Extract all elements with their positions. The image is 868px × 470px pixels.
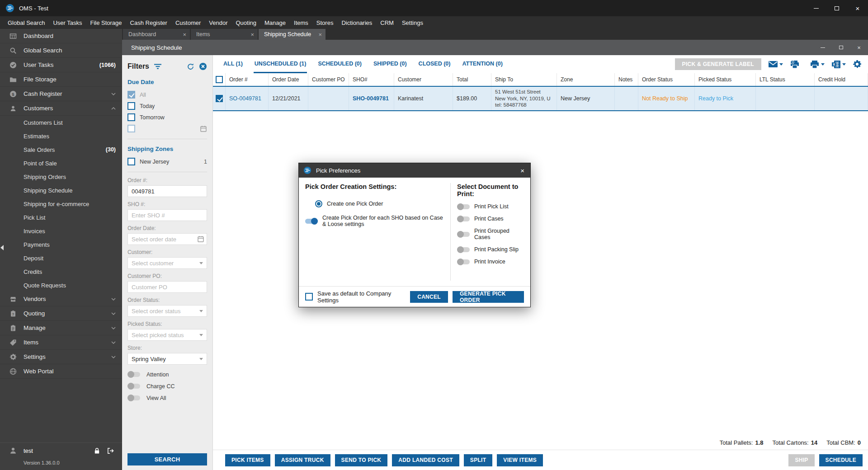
sidebar-item-shipping-ecommerce[interactable]: Shipping for e-commerce xyxy=(0,197,122,211)
sidebar-item-items[interactable]: Items xyxy=(0,335,122,350)
col-credit-hold[interactable]: Credit Hold xyxy=(815,73,868,86)
tab-shipped[interactable]: SHIPPED (0) xyxy=(373,55,408,73)
tab-scheduled[interactable]: SCHEDULED (0) xyxy=(317,55,363,73)
checkbox-all[interactable] xyxy=(127,91,135,99)
col-total[interactable]: Total xyxy=(453,73,491,86)
sidebar-item-shipping-schedule[interactable]: Shipping Schedule xyxy=(0,183,122,197)
ship-button[interactable]: SHIP xyxy=(788,454,814,466)
table-row[interactable]: SO-0049781 12/21/2021 SHO-0049781 Karina… xyxy=(213,86,868,111)
close-tab-icon[interactable]: × xyxy=(318,31,322,38)
col-zone[interactable]: Zone xyxy=(557,73,615,86)
label-printer-icon[interactable] xyxy=(790,60,803,69)
tab-shipping-schedule[interactable]: Shipping Schedule × xyxy=(259,29,326,40)
col-sho[interactable]: SHO# xyxy=(349,73,394,86)
col-order[interactable]: Order # xyxy=(226,73,269,86)
lock-icon[interactable] xyxy=(94,447,100,454)
checkbox-tomorrow[interactable] xyxy=(127,113,135,121)
menu-global-search[interactable]: Global Search xyxy=(4,19,49,26)
sidebar-collapse-icon[interactable] xyxy=(0,245,4,250)
close-tab-icon[interactable]: × xyxy=(183,31,186,38)
create-one-pick-order-option[interactable]: Create one Pick Order xyxy=(315,200,444,207)
row-checkbox[interactable] xyxy=(216,95,223,102)
menu-manage[interactable]: Manage xyxy=(260,19,290,26)
print-pick-list-row[interactable]: Print Pick List xyxy=(457,203,526,210)
cell-sho-number[interactable]: SHO-0049781 xyxy=(349,87,394,110)
sidebar-item-vendors[interactable]: Vendors xyxy=(0,292,122,306)
sidebar-item-shipping-orders[interactable]: Shipping Orders xyxy=(0,170,122,183)
maximize-icon[interactable] xyxy=(826,0,847,16)
save-default-checkbox[interactable] xyxy=(305,293,313,301)
due-date-today[interactable]: Today xyxy=(127,100,207,112)
inner-restore-icon[interactable] xyxy=(832,40,850,55)
attention-toggle[interactable] xyxy=(127,372,140,377)
menu-vendor[interactable]: Vendor xyxy=(205,19,231,26)
col-ltl-status[interactable]: LTL Status xyxy=(756,73,815,86)
checkbox-today[interactable] xyxy=(127,102,135,110)
pick-generate-label-button[interactable]: PICK & GENERATE LABEL xyxy=(675,58,761,70)
menu-cash-register[interactable]: Cash Register xyxy=(126,19,171,26)
tab-closed[interactable]: CLOSED (0) xyxy=(418,55,452,73)
sidebar-item-web-portal[interactable]: Web Portal xyxy=(0,364,122,379)
menu-file-storage[interactable]: File Storage xyxy=(86,19,126,26)
per-sho-toggle[interactable] xyxy=(305,219,318,224)
cell-order-number[interactable]: SO-0049781 xyxy=(226,87,269,110)
col-ship-to[interactable]: Ship To xyxy=(491,73,557,86)
due-date-tomorrow[interactable]: Tomorrow xyxy=(127,112,207,123)
sidebar-item-global-search[interactable]: Global Search xyxy=(0,43,122,58)
tab-all[interactable]: ALL (1) xyxy=(222,55,244,73)
due-date-custom[interactable] xyxy=(127,123,207,134)
excel-export-icon[interactable]: x xyxy=(831,60,846,69)
menu-crm[interactable]: CRM xyxy=(376,19,398,26)
minimize-icon[interactable] xyxy=(806,0,826,16)
tab-items[interactable]: Items × xyxy=(191,29,258,40)
menu-settings[interactable]: Settings xyxy=(398,19,427,26)
cell-picked-status[interactable]: Ready to Pick xyxy=(695,87,756,110)
print-pick-list-toggle[interactable] xyxy=(457,204,470,209)
menu-dictionaries[interactable]: Dictionaries xyxy=(337,19,376,26)
sidebar-item-file-storage[interactable]: File Storage xyxy=(0,72,122,87)
tab-dashboard[interactable]: Dashboard × xyxy=(123,29,190,40)
sidebar-item-manage[interactable]: Manage xyxy=(0,321,122,335)
checkbox-new-jersey[interactable] xyxy=(127,158,135,165)
col-order-date[interactable]: Order Date xyxy=(269,73,308,86)
sidebar-item-dashboard[interactable]: Dashboard xyxy=(0,29,122,43)
col-customer[interactable]: Customer xyxy=(394,73,453,86)
select-all-checkbox[interactable] xyxy=(216,76,223,83)
sidebar-item-customers-list[interactable]: Customers List xyxy=(0,116,122,129)
calendar-icon[interactable] xyxy=(197,235,204,243)
generate-pick-order-button[interactable]: GENERATE PICK ORDER xyxy=(453,291,524,303)
menu-items[interactable]: Items xyxy=(290,19,312,26)
schedule-button[interactable]: SCHEDULE xyxy=(819,454,863,466)
dialog-close-icon[interactable]: × xyxy=(514,167,530,174)
tab-attention[interactable]: ATTENTION (0) xyxy=(461,55,503,73)
checkbox-custom-date[interactable] xyxy=(127,125,135,132)
refresh-icon[interactable] xyxy=(187,63,194,70)
menu-customer[interactable]: Customer xyxy=(171,19,205,26)
close-tab-icon[interactable]: × xyxy=(250,31,254,38)
printer-icon[interactable] xyxy=(810,60,825,69)
gear-icon[interactable] xyxy=(853,60,862,69)
send-to-pick-button[interactable]: SEND TO PICK xyxy=(335,454,388,466)
print-cases-toggle[interactable] xyxy=(457,216,470,221)
menu-stores[interactable]: Stores xyxy=(312,19,338,26)
charge-cc-toggle[interactable] xyxy=(127,384,140,389)
search-button[interactable]: SEARCH xyxy=(127,453,207,465)
col-picked-status[interactable]: Picked Status xyxy=(695,73,756,86)
sidebar-item-cash-register[interactable]: $ Cash Register xyxy=(0,87,122,101)
sidebar-item-deposit[interactable]: Deposit xyxy=(0,251,122,265)
sidebar-item-settings[interactable]: Settings xyxy=(0,350,122,364)
calendar-icon[interactable] xyxy=(200,125,207,132)
customer-select[interactable]: Select customer xyxy=(127,257,207,269)
menu-quoting[interactable]: Quoting xyxy=(231,19,260,26)
customer-po-input[interactable] xyxy=(127,281,207,293)
col-order-status[interactable]: Order Status xyxy=(638,73,695,86)
col-customer-po[interactable]: Customer PO xyxy=(308,73,349,86)
sidebar-item-invoices[interactable]: Invoices xyxy=(0,224,122,238)
sidebar-item-pick-list[interactable]: Pick List xyxy=(0,211,122,224)
sidebar-item-estimates[interactable]: Estimates xyxy=(0,129,122,143)
due-date-all[interactable]: All xyxy=(127,89,207,100)
view-items-button[interactable]: VIEW ITEMS xyxy=(497,454,543,466)
print-grouped-cases-row[interactable]: Print Grouped Cases xyxy=(457,228,526,240)
print-invoice-toggle[interactable] xyxy=(457,259,470,264)
print-invoice-row[interactable]: Print Invoice xyxy=(457,258,526,265)
